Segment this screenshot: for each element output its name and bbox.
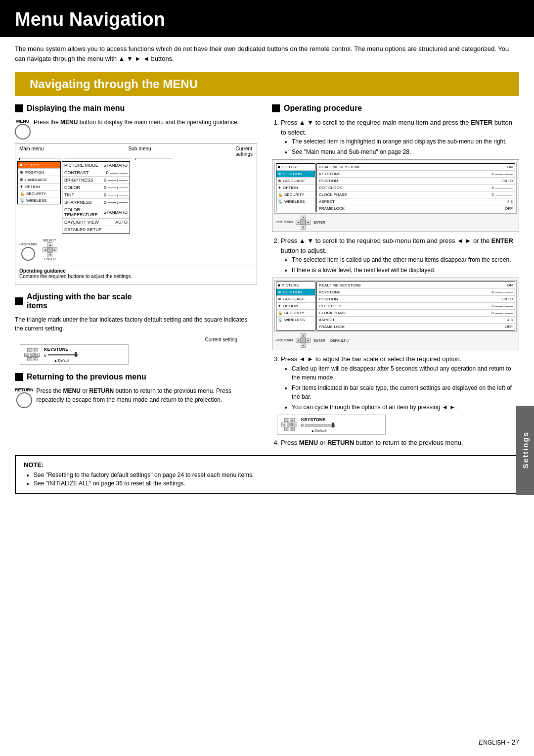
returning-title: Returning to the previous menu: [27, 373, 146, 381]
return-label: ↩RETURN: [19, 242, 37, 246]
bar-scale-section: Adjusting with the bar scaleitems: [15, 292, 257, 310]
screen-menu-left-1: ■PICTURE ⊕POSITION ⊕LANGUAGE ✦OPTION 🔒SE…: [276, 163, 315, 212]
screen-menu-right-1: REALTIME KEYSTONEON KEYSTONE0 ——↓—— POSI…: [316, 163, 515, 212]
screen-picture: ■PICTURE: [276, 164, 315, 171]
screen-inner-2: ■PICTURE ⊕POSITION ⊕LANGUAGE ✦OPTION 🔒SE…: [274, 280, 517, 332]
screen-menu-left-2: ■PICTURE ⊕POSITION ⊕LANGUAGE ✦OPTION 🔒SE…: [276, 282, 315, 331]
operating-steps-4: Press MENU or RETURN button to return to…: [272, 438, 519, 448]
right-clockphase: CLOCK PHASE0 ——↓——: [317, 191, 515, 198]
screen-inner-1: ■PICTURE ⊕POSITION ⊕LANGUAGE ✦OPTION 🔒SE…: [274, 162, 517, 214]
screen-controls-2: ↩RETURN ▲ ◄ ► ▼ ENTER DEFAULT □: [274, 333, 517, 348]
label-current-settings: Currentsettings: [236, 146, 253, 157]
page-title: Menu Navigation: [15, 9, 519, 30]
screen-language: ⊕LANGUAGE: [276, 178, 315, 185]
menu-diagram-labels: Main menu Sub-menu Currentsettings: [15, 144, 257, 157]
return-label-text: RETURN: [15, 387, 34, 392]
guidance-label: Operating guidance: [19, 268, 253, 274]
screen-menu-right-2: REALTIME KEYSTONEON KEYSTONE0 ——↓—— POSI…: [316, 282, 515, 331]
right2-framelock: FRAME LOCKOFF: [317, 324, 515, 330]
menu-diagram: Main menu Sub-menu Currentsettings ■: [15, 143, 257, 284]
displaying-menu-title: Displaying the main menu: [27, 104, 125, 113]
operating-steps-2: Press ▲ ▼ to scroll to the required sub-…: [272, 236, 519, 275]
step1-bullet2: See "Main menu and Sub-menu" on page 28.: [292, 147, 519, 156]
section-header: Navigating through the MENU: [15, 72, 519, 96]
side-tab: Settings: [516, 406, 534, 495]
returning-text: Press the MENU or RETURN button to retur…: [37, 386, 258, 404]
step3-bullet3: You can cycle through the options of an …: [292, 403, 519, 412]
bar-scale-text: The triangle mark under the bar indicate…: [15, 315, 257, 333]
footer-text: ENGLISH - 27: [479, 738, 519, 746]
step1-bullet1: The selected item is highlighted in oran…: [292, 137, 519, 146]
sub-item-colortemp: COLOR TEMPERATURESTANDARD: [62, 206, 130, 219]
intro-text: The menu system allows you to access fun…: [15, 44, 519, 63]
section-bullet-3: [15, 373, 23, 381]
step3-bullet2: For items indicated in bar scale type, t…: [292, 383, 519, 401]
bar-scale-title: Adjusting with the bar scaleitems: [27, 292, 132, 310]
right-realtimekeystone: REALTIME KEYSTONEON: [317, 164, 515, 171]
screen2-position-sel: ⊕POSITION: [276, 289, 315, 296]
right-position: POSITION□0 □0: [317, 178, 515, 185]
right-framelock: FRAME LOCKOFF: [317, 205, 515, 212]
keystone-diagram: △ ▲ ◁ ▷ ▽ ▼: [20, 344, 129, 365]
step3-keystone-diagram: △ ▲ ◁ ▷ ▽ ▼ KEYS: [277, 415, 519, 435]
screen-wireless: 📡WIRELESS: [276, 198, 315, 205]
section-title: Navigating through the MENU: [30, 77, 504, 91]
screen-dpad-1: ▲ ◄ ► ▼: [296, 215, 311, 230]
operating-title: Operating procedure: [284, 104, 362, 113]
controller-icon-3: △ ▲ ◁ ▷ ▽ ▼: [281, 418, 297, 431]
dpad-icon: ▲ ◄ ► ▼: [43, 242, 57, 257]
screen-position-sel: ⊕POSITION: [276, 171, 315, 178]
sub-item-picturemode: PICTURE MODESTANDARD: [62, 162, 130, 169]
screen-controls-1: ↩RETURN ▲ ◄ ► ▼ ENTER: [274, 215, 517, 230]
menu-item-security: 🔒SECURITY: [18, 190, 60, 197]
page-wrapper: Menu Navigation The menu system allows y…: [0, 0, 534, 756]
page-footer: ENGLISH - 27: [479, 738, 519, 746]
note-list: See "Resetting to the factory default se…: [24, 472, 510, 487]
right2-realtimekeystone: REALTIME KEYSTONEON: [317, 282, 515, 289]
step3-bullet1: Called up item will be disappear after 5…: [292, 364, 519, 382]
keystone-label: KEYSTONE: [44, 347, 78, 352]
menu-item-language: ⊕LANGUAGE: [18, 176, 60, 184]
keystone-value: 0: [44, 353, 46, 358]
screen2-language: ⊕LANGUAGE: [276, 296, 315, 303]
sub-item-tint: TINT0 ——↓——: [62, 191, 130, 199]
screen-security: 🔒SECURITY: [276, 191, 315, 198]
return-circle-icon: [16, 392, 32, 408]
step-1: Press ▲ ▼ to scroll to the required main…: [281, 118, 519, 156]
menu-item-picture: ■PICTURE: [18, 162, 60, 169]
label-sub-menu: Sub-menu: [128, 146, 151, 157]
intro-section: The menu system allows you to access fun…: [0, 37, 534, 72]
menu-diagram-inner: ■PICTURE ⊕POSITION ⊕LANGUAGE ✦OPTION: [15, 160, 257, 236]
screen2-wireless: 📡WIRELESS: [276, 317, 315, 323]
operating-steps-3: Press ◄ ► to adjust the bar scale or sel…: [272, 354, 519, 412]
screen2-picture: ■PICTURE: [276, 282, 315, 289]
screen-diagram-1: ■PICTURE ⊕POSITION ⊕LANGUAGE ✦OPTION 🔒SE…: [272, 159, 519, 232]
note-bullet1: See "Resetting to the factory default se…: [34, 472, 510, 478]
step-4: Press MENU or RETURN button to return to…: [281, 438, 519, 448]
note-box: NOTE: See "Resetting to the factory defa…: [15, 455, 519, 494]
col-right: Operating procedure Press ▲ ▼ to scroll …: [267, 96, 519, 450]
menu-button-icon: [15, 124, 31, 140]
controller-icon: △ ▲ ◁ ▷ ▽ ▼: [24, 348, 40, 361]
screen-diagram-2: ■PICTURE ⊕POSITION ⊕LANGUAGE ✦OPTION 🔒SE…: [272, 278, 519, 350]
returning-section: Returning to the previous menu: [15, 373, 257, 381]
sub-menu-col: PICTURE MODESTANDARD CONTRAST0 ——↓—— BRI…: [62, 161, 130, 234]
return-button-icon: [21, 247, 35, 261]
right2-keystone: KEYSTONE0 ——↓——: [317, 289, 515, 296]
right-dotclock: DOT CLOCK0 ——↓——: [317, 185, 515, 191]
menu-label: MENU: [16, 119, 30, 124]
step-3: Press ◄ ► to adjust the bar scale or sel…: [281, 354, 519, 412]
operating-steps: Press ▲ ▼ to scroll to the required main…: [272, 118, 519, 156]
operating-section: Operating procedure: [272, 104, 519, 113]
right2-clockphase: CLOCK PHASE0 ——↓——: [317, 310, 515, 317]
note-title: NOTE:: [24, 461, 510, 469]
keystone-label-3: KEYSTONE: [301, 417, 335, 422]
current-setting-label: Current setting: [20, 337, 237, 342]
keystone-value-3: 0: [301, 423, 304, 428]
keystone-diagram-wrapper: Current setting △ ▲ ◁ ▷: [20, 337, 257, 365]
displaying-menu-text: Press the MENU button to display the mai…: [34, 118, 239, 127]
main-title-bar: Menu Navigation: [0, 0, 534, 37]
screen2-option: ✦OPTION: [276, 303, 315, 310]
screen-option: ✦OPTION: [276, 185, 315, 191]
sub-item-color: COLOR0 ——↓——: [62, 184, 130, 191]
